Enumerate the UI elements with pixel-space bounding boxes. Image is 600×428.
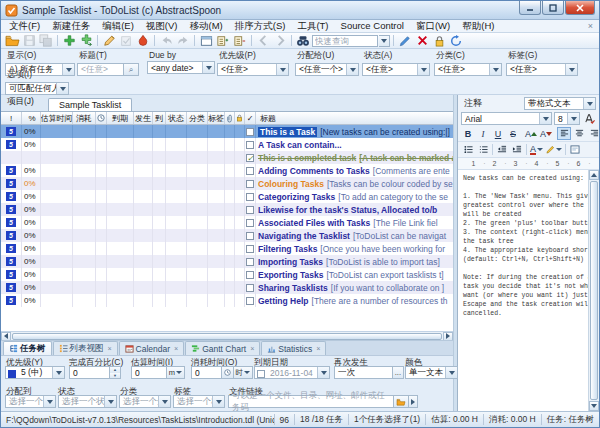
underline-button[interactable]: U	[491, 127, 505, 140]
task-row[interactable]: 5 0% Sharing Tasklists [If you want to c…	[1, 281, 453, 294]
done-task-icon[interactable]	[118, 33, 134, 48]
percent-input[interactable]: 0	[69, 366, 110, 379]
menu-item[interactable]: 帮助(H)	[456, 20, 500, 31]
clock-icon[interactable]	[96, 112, 107, 124]
filter-priority-combo[interactable]: <任意>	[217, 63, 289, 76]
chevron-down-icon[interactable]	[56, 83, 68, 94]
chevron-down-icon[interactable]	[489, 64, 501, 75]
collapse-tasks-icon[interactable]	[232, 33, 248, 48]
chevron-down-icon[interactable]	[539, 113, 551, 124]
filter-category-combo[interactable]: <任意>	[434, 63, 502, 76]
chevron-down-icon[interactable]	[202, 62, 214, 73]
tab-gantt-chart[interactable]: Gantt Chart×	[185, 341, 260, 355]
chevron-down-icon[interactable]	[158, 396, 170, 407]
close-icon[interactable]	[565, 1, 595, 15]
menu-item[interactable]: 排序方式(S)	[229, 20, 292, 31]
title-bar[interactable]: Sample Tasklist - ToDoList (c) AbstractS…	[1, 1, 599, 20]
filter-options-combo[interactable]: 可匹配任何人...	[5, 82, 69, 95]
task-title[interactable]: Adding Comments to Tasks	[258, 166, 370, 176]
paperclip-icon[interactable]	[225, 112, 235, 124]
task-title[interactable]: A Task can contain...	[258, 140, 342, 150]
task-checkbox[interactable]	[246, 271, 254, 279]
shrink-font-icon[interactable]: A	[539, 127, 553, 140]
tab-close-icon[interactable]: ×	[108, 345, 112, 352]
task-title[interactable]: Categorizing Tasks	[258, 192, 335, 202]
filter-title-input[interactable]: <任意>	[77, 63, 124, 76]
task-row[interactable]: 5 0% Likewise for the task's Status, All…	[1, 203, 453, 216]
lock-column-icon[interactable]	[235, 112, 245, 124]
chevron-down-icon[interactable]	[565, 64, 577, 75]
outdent-icon[interactable]	[495, 143, 509, 156]
tab-close-icon[interactable]: ×	[250, 345, 254, 352]
font-color-icon[interactable]: A	[529, 143, 544, 156]
align-left-icon[interactable]	[557, 127, 571, 140]
comments-format-combo[interactable]: 带格式文本	[524, 97, 596, 110]
category-combo[interactable]: 选择一个分类	[119, 395, 171, 408]
spent-clock-icon[interactable]	[222, 366, 234, 379]
chevron-down-icon[interactable]	[52, 367, 64, 378]
task-checkbox[interactable]	[246, 128, 254, 136]
font-name-combo[interactable]: Arial	[461, 112, 552, 125]
tab-close-icon[interactable]: ×	[316, 345, 320, 352]
maximize-tasklist-icon[interactable]	[198, 33, 214, 48]
task-title[interactable]: Associated Files with Tasks	[258, 218, 370, 228]
task-row[interactable]: 5 0% Exporting Tasks [ToDoList can expor…	[1, 268, 453, 281]
task-checkbox[interactable]	[246, 297, 254, 305]
strikethrough-button[interactable]: S	[506, 127, 520, 140]
chevron-down-icon[interactable]	[212, 396, 224, 407]
highlight-color-icon[interactable]	[545, 143, 563, 156]
task-checkbox[interactable]: ✓	[246, 154, 254, 162]
quick-find-input[interactable]	[312, 35, 378, 47]
new-subtask-icon[interactable]	[78, 33, 94, 48]
undo-icon[interactable]	[158, 33, 174, 48]
recurrence-input[interactable]: 一次	[334, 366, 393, 379]
recurrence-more-button[interactable]: ...	[393, 366, 404, 379]
scroll-down-icon[interactable]	[589, 401, 599, 411]
color-combo[interactable]: 单一文本	[405, 366, 458, 379]
tasklist-tab[interactable]: Sample Tasklist	[48, 98, 132, 111]
estimate-unit-button[interactable]: m	[167, 366, 185, 379]
spent-input[interactable]: 0	[191, 366, 222, 379]
task-row[interactable]: 5 0% Colouring Tasks [Tasks can be colou…	[1, 177, 453, 190]
menu-item[interactable]: Source Control	[335, 20, 410, 31]
task-row[interactable]: 5 0% This is a Task [New tasks can be cr…	[1, 125, 453, 138]
task-row[interactable]: 5 0% A Task can contain...	[1, 138, 453, 151]
menu-item[interactable]: 窗口(W)	[410, 20, 456, 31]
spellcheck-icon[interactable]	[582, 112, 596, 125]
due-date-checkbox[interactable]	[257, 370, 265, 378]
redo-icon[interactable]	[175, 33, 191, 48]
align-center-icon[interactable]	[572, 127, 586, 140]
italic-button[interactable]: I	[476, 127, 490, 140]
font-size-combo[interactable]: 8	[554, 112, 580, 125]
comments-text[interactable]: New tasks can be created using: 1. The '…	[458, 170, 588, 411]
chevron-down-icon[interactable]	[276, 64, 288, 75]
task-table-header[interactable]: ! % 估算时间 消耗 到期 发生 到 状态 分类 标签 ✓ 标题	[1, 112, 453, 125]
allocate-to-combo[interactable]: 选择一个名称	[5, 395, 56, 408]
numbered-list-icon[interactable]	[476, 143, 490, 156]
horizontal-scrollbar[interactable]	[1, 331, 453, 340]
tab-close-icon[interactable]: ×	[174, 345, 178, 352]
tab-statistics[interactable]: Statistics×	[261, 341, 326, 355]
menubar-pin-icon[interactable]: ×	[584, 21, 597, 31]
spent-unit-button[interactable]: 时	[234, 366, 254, 379]
file-link-go-icon[interactable]	[409, 395, 418, 408]
task-checkbox[interactable]	[246, 193, 254, 201]
task-title[interactable]: Colouring Tasks	[258, 179, 324, 189]
goto-next-task-icon[interactable]	[272, 33, 288, 48]
task-row[interactable]: 5 0% Filtering Tasks [Once you have been…	[1, 242, 453, 255]
task-title[interactable]: Filtering Tasks	[258, 244, 317, 254]
menu-item[interactable]: 移动(M)	[183, 20, 228, 31]
menu-item[interactable]: 编辑(E)	[96, 20, 140, 31]
delete-task-icon[interactable]	[414, 33, 430, 48]
expand-tasks-icon[interactable]	[215, 33, 231, 48]
refresh-icon[interactable]	[448, 33, 464, 48]
vertical-scrollbar[interactable]	[588, 170, 599, 411]
chevron-down-icon[interactable]	[583, 98, 595, 109]
chevron-down-icon[interactable]	[317, 367, 329, 378]
chevron-down-icon[interactable]	[567, 113, 579, 124]
paragraph-box-icon[interactable]	[568, 143, 582, 156]
chevron-down-icon[interactable]	[417, 64, 429, 75]
filter-tag-combo[interactable]: <任意>	[506, 63, 578, 76]
filter-status-combo[interactable]: <任意>	[362, 63, 430, 76]
chevron-down-icon[interactable]	[445, 367, 457, 378]
